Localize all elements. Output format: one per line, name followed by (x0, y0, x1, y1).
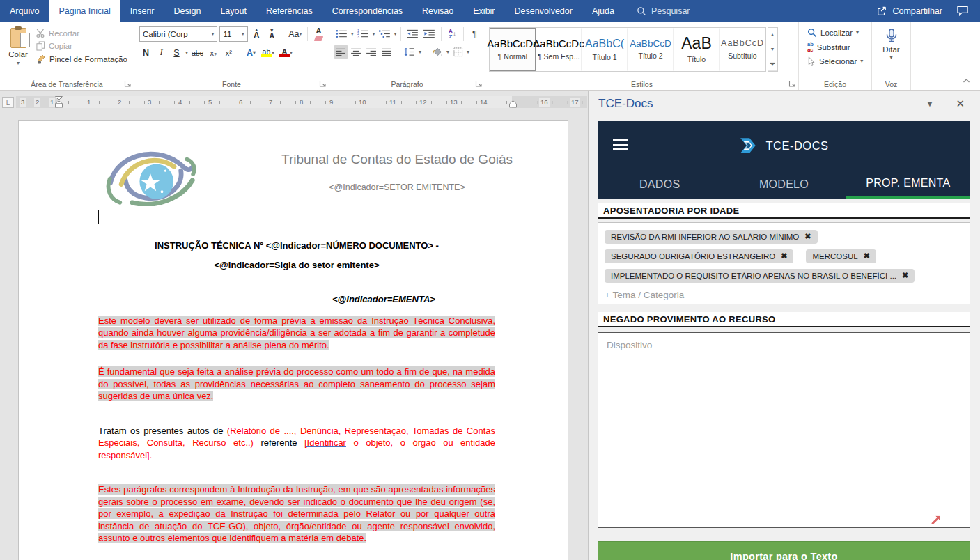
paste-button[interactable]: Colar ▾ (2, 25, 34, 79)
style-gallery-item[interactable]: AaBbCcDc ¶ Sem Esp... (536, 28, 582, 71)
line-spacing-button[interactable] (403, 45, 417, 59)
clipboard-dialog-launcher[interactable] (124, 80, 132, 88)
numbering-button[interactable]: 123 (356, 26, 371, 41)
taskpane-tab[interactable]: PROP. EMENTA (846, 170, 970, 199)
multilevel-list-button[interactable] (378, 26, 392, 41)
tema-tag-chip[interactable]: IMPLEMENTADO O REQUISITO ETÁRIO APENAS N… (605, 269, 915, 283)
show-marks-button[interactable]: ¶ (468, 26, 481, 41)
align-right-button[interactable] (365, 45, 378, 59)
change-case-button[interactable]: Aa▾ (288, 27, 303, 42)
dispositivo-section-heading: NEGADO PROVIMENTO AO RECURSO (598, 312, 970, 327)
copy-button[interactable]: Copiar (34, 40, 130, 52)
replace-icon: abac (807, 42, 814, 52)
menu-icon[interactable] (613, 139, 628, 153)
letterhead: Tribunal de Contas do Estado de Goiás <@… (243, 152, 551, 192)
ribbon-tab[interactable]: Arquivo (0, 0, 49, 22)
gallery-more-icon[interactable]: ▬▼ (768, 56, 777, 71)
cut-button[interactable]: Recortar (34, 28, 130, 38)
remove-tag-icon[interactable]: ✖ (902, 271, 908, 280)
style-gallery-item[interactable]: AaBbCcD Título 2 (628, 28, 674, 71)
find-button[interactable]: Localizar ▾ (805, 27, 869, 38)
ribbon-tab[interactable]: Layout (210, 0, 256, 22)
add-tema-button[interactable]: + Tema / Categoria (605, 290, 963, 300)
ribbon-tab[interactable]: Referências (256, 0, 322, 22)
document-page[interactable]: Tribunal de Contas do Estado de Goiás <@… (18, 120, 568, 560)
taskpane-tab[interactable]: MODELO (722, 170, 846, 199)
comments-icon[interactable] (956, 6, 969, 16)
clear-formatting-button[interactable]: A (312, 27, 325, 42)
tema-tag-chip[interactable]: REVISÃO DA RMI INFERIOR AO SALÁRIO MÍNIM… (605, 230, 818, 244)
align-center-button[interactable] (350, 45, 363, 59)
style-gallery-item[interactable]: AaBbCcDc ¶ Normal (490, 28, 536, 71)
ribbon-tab[interactable]: Correspondências (322, 0, 412, 22)
font-color-bar (279, 54, 290, 57)
ribbon-tab[interactable]: Revisão (412, 0, 463, 22)
dropdown-arrow-icon: ▾ (211, 31, 214, 37)
ribbon-tab[interactable]: Ajuda (582, 0, 624, 22)
font-dialog-launcher[interactable] (319, 80, 327, 88)
indent-marker-first-line[interactable] (55, 96, 63, 108)
bullets-button[interactable] (334, 26, 349, 41)
tab-stop-selector[interactable]: L (2, 97, 14, 108)
font-color-button[interactable]: A▾ (278, 45, 294, 60)
ribbon-tab[interactable]: Design (164, 0, 210, 22)
justify-button[interactable] (380, 45, 394, 59)
grow-font-button[interactable]: ▲A (250, 27, 263, 42)
subscript-button[interactable]: x₂ (207, 45, 220, 60)
collapse-ribbon-button[interactable] (963, 78, 970, 86)
import-to-text-button[interactable]: Importar para o Texto (598, 541, 970, 560)
dropdown-arrow-icon: ▾ (17, 61, 20, 66)
shading-button[interactable] (430, 45, 444, 59)
select-button[interactable]: Selecionar ▾ (805, 56, 869, 67)
shrink-font-button[interactable]: ▼A (265, 27, 279, 42)
ribbon-tab[interactable]: Exibir (463, 0, 504, 22)
style-gallery-item[interactable]: AaBbCcD Subtítulo (720, 28, 765, 71)
paste-clipboard-icon (10, 28, 26, 48)
dropdown-arrow-icon: ▾ (889, 55, 892, 61)
style-gallery-item[interactable]: AaB Título (674, 28, 720, 71)
taskpane-tab[interactable]: DADOS (598, 170, 722, 199)
strikethrough-button[interactable]: abc (190, 45, 205, 60)
dispositivo-textarea[interactable] (598, 332, 970, 528)
font-size-combo[interactable]: 11▾ (219, 26, 247, 42)
style-gallery-item[interactable]: AaBbC( Título 1 (582, 28, 628, 71)
share-button[interactable]: Compartilhar (876, 6, 942, 16)
gallery-scroll-down-icon[interactable]: ▼ (768, 42, 777, 57)
format-painter-button[interactable]: Pincel de Formatação (34, 54, 130, 65)
horizontal-ruler[interactable]: 3 2 1 1 2 3 4 5 6 7 (16, 96, 587, 108)
tema-tag-chip[interactable]: SEGURADO OBRIGATÓRIO ESTRANGEIRO ✖ (605, 249, 793, 263)
dictate-button[interactable]: Ditar ▾ (874, 25, 908, 61)
indent-marker-right[interactable] (509, 100, 517, 108)
borders-button[interactable] (451, 45, 465, 59)
ribbon-tab[interactable]: Desenvolvedor (505, 0, 582, 22)
align-left-button[interactable] (334, 45, 348, 59)
decrease-indent-button[interactable] (405, 26, 420, 41)
remove-tag-icon[interactable]: ✖ (804, 232, 811, 241)
gallery-scroll-up-icon[interactable]: ▲ (768, 28, 777, 42)
svg-text:3: 3 (357, 35, 359, 38)
taskpane-close-icon[interactable]: ✕ (956, 98, 965, 110)
increase-indent-button[interactable] (422, 26, 437, 41)
taskpane-options-icon[interactable]: ▼ (926, 100, 934, 108)
italic-button[interactable]: I (155, 45, 168, 60)
bold-button[interactable]: N (139, 45, 153, 60)
paragraph-dialog-launcher[interactable] (475, 80, 483, 88)
select-cursor-icon (807, 56, 816, 66)
ribbon-tab[interactable]: Inserir (120, 0, 164, 22)
superscript-button[interactable]: x² (222, 45, 235, 60)
remove-tag-icon[interactable]: ✖ (781, 251, 787, 260)
search-box[interactable]: Pesquisar (637, 0, 690, 22)
font-name-combo[interactable]: Calibri (Corp▾ (139, 26, 217, 42)
tema-tags-box[interactable]: REVISÃO DA RMI INFERIOR AO SALÁRIO MÍNIM… (598, 222, 970, 304)
styles-dialog-launcher[interactable] (788, 80, 796, 88)
tema-tag-chip[interactable]: MERCOSUL ✖ (806, 249, 876, 263)
editing-group: Localizar ▾ abac Substituir Selecionar ▾ (799, 22, 872, 90)
sort-button[interactable]: AZ↓ (446, 26, 459, 41)
text-effects-button[interactable]: A▾ (244, 45, 258, 60)
remove-tag-icon[interactable]: ✖ (864, 251, 870, 260)
ribbon-tab[interactable]: Página Inicial (49, 0, 120, 22)
underline-button[interactable]: S (170, 45, 183, 60)
textarea-expand-icon[interactable] (931, 514, 942, 525)
replace-button[interactable]: abac Substituir (805, 41, 869, 53)
highlight-button[interactable]: ab▾ (260, 45, 276, 60)
